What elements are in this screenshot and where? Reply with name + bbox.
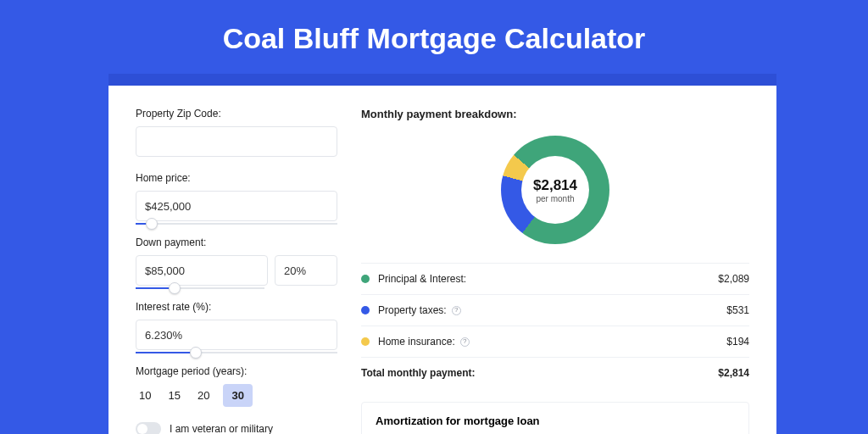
info-icon[interactable]: ? <box>452 306 461 315</box>
interest-label: Interest rate (%): <box>136 301 337 313</box>
legend-row-taxes: Property taxes: ? $531 <box>361 295 749 326</box>
legend-text: Principal & Interest: <box>378 273 466 285</box>
legend-row-principal: Principal & Interest: $2,089 <box>361 264 749 295</box>
legend-amount-principal: $2,089 <box>718 273 749 285</box>
amortization-title: Amortization for mortgage loan <box>376 415 735 427</box>
veteran-row: I am veteran or military <box>136 422 337 434</box>
info-icon[interactable]: ? <box>460 337 470 347</box>
interest-slider[interactable] <box>136 352 337 353</box>
legend: Principal & Interest: $2,089 Property ta… <box>361 263 749 388</box>
interest-input[interactable] <box>136 320 337 350</box>
legend-row-total: Total monthly payment: $2,814 <box>361 358 749 388</box>
period-options: 10 15 20 30 <box>136 384 337 407</box>
legend-amount-taxes: $531 <box>726 304 749 316</box>
donut-center-value: $2,814 <box>533 177 577 194</box>
card-top-shadow <box>108 74 776 86</box>
swatch-insurance <box>361 337 370 346</box>
legend-label-taxes: Property taxes: ? <box>378 304 726 316</box>
home-price-field: Home price: <box>136 172 337 225</box>
period-option-15[interactable]: 15 <box>164 384 183 407</box>
slider-thumb[interactable] <box>190 347 202 359</box>
veteran-toggle[interactable] <box>136 422 161 434</box>
slider-fill <box>136 352 196 353</box>
period-option-10[interactable]: 10 <box>136 384 154 407</box>
legend-label-insurance: Home insurance: ? <box>378 336 726 348</box>
zip-label: Property Zip Code: <box>136 108 337 120</box>
amortization-section: Amortization for mortgage loan Amortizat… <box>361 402 749 434</box>
period-label: Mortgage period (years): <box>136 365 337 377</box>
home-price-label: Home price: <box>136 172 337 184</box>
legend-row-insurance: Home insurance: ? $194 <box>361 326 749 358</box>
down-payment-input[interactable] <box>136 255 268 286</box>
swatch-taxes <box>361 306 370 314</box>
breakdown-column: Monthly payment breakdown: $2,814 per mo… <box>361 108 749 434</box>
legend-label-total: Total monthly payment: <box>361 367 718 379</box>
swatch-principal <box>361 275 370 283</box>
slider-thumb[interactable] <box>169 282 181 294</box>
home-price-slider[interactable] <box>136 223 337 225</box>
period-option-20[interactable]: 20 <box>194 384 213 407</box>
donut-chart-container: $2,814 per month <box>361 131 749 263</box>
donut-chart: $2,814 per month <box>501 136 609 244</box>
interest-field: Interest rate (%): <box>136 301 337 353</box>
form-column: Property Zip Code: Home price: Down paym… <box>136 108 337 434</box>
calculator-card: Property Zip Code: Home price: Down paym… <box>108 86 776 434</box>
veteran-label: I am veteran or military <box>170 423 273 434</box>
legend-amount-total: $2,814 <box>718 367 749 379</box>
donut-center-sub: per month <box>536 194 574 203</box>
slider-thumb[interactable] <box>146 218 158 230</box>
down-payment-label: Down payment: <box>136 236 337 248</box>
breakdown-title: Monthly payment breakdown: <box>361 108 749 120</box>
down-payment-pct-input[interactable] <box>275 255 337 286</box>
legend-text: Home insurance: <box>378 336 455 348</box>
donut-center: $2,814 per month <box>521 156 589 224</box>
page-title: Coal Bluff Mortgage Calculator <box>0 0 868 74</box>
legend-text: Property taxes: <box>378 304 447 316</box>
home-price-input[interactable] <box>136 191 337 221</box>
legend-amount-insurance: $194 <box>726 336 749 348</box>
period-field: Mortgage period (years): 10 15 20 30 <box>136 365 337 407</box>
zip-field: Property Zip Code: <box>136 108 337 160</box>
down-payment-slider[interactable] <box>136 287 264 289</box>
down-payment-field: Down payment: <box>136 236 337 289</box>
legend-label-principal: Principal & Interest: <box>378 273 718 285</box>
zip-input[interactable] <box>136 126 337 157</box>
period-option-30[interactable]: 30 <box>223 384 252 407</box>
